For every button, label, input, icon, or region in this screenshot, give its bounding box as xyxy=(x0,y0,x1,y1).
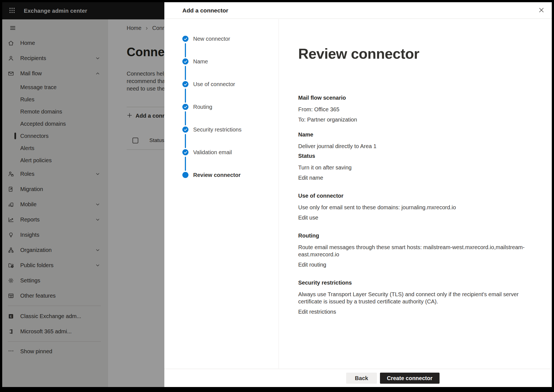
section-value: Always use Transport Layer Security (TLS… xyxy=(298,291,528,305)
wizard-stepper: New connectorNameUse of connectorRouting… xyxy=(164,19,279,368)
app-window: Exchange admin center HomeRecipientsMail… xyxy=(2,2,552,387)
modal-title: Add a connector xyxy=(182,7,228,14)
wizard-step-name[interactable]: Name xyxy=(182,58,279,81)
wizard-step-new-connector[interactable]: New connector xyxy=(182,36,279,58)
review-content: Review connector Mail flow scenarioFrom:… xyxy=(279,19,552,368)
screen: Exchange admin center HomeRecipientsMail… xyxy=(0,0,554,392)
edit-link-edit-restrictions[interactable]: Edit restrictions xyxy=(298,308,336,315)
review-section-name: NameDeliver journal directly to Area 1 xyxy=(298,131,535,150)
modal-body: New connectorNameUse of connectorRouting… xyxy=(164,19,552,368)
step-completed-icon xyxy=(182,127,188,133)
wizard-step-label: Review connector xyxy=(193,172,241,178)
wizard-step-label: Validation email xyxy=(193,149,232,156)
close-icon xyxy=(538,7,545,14)
step-completed-icon xyxy=(182,104,188,110)
section-header: Use of connector xyxy=(298,193,535,199)
step-active-icon xyxy=(182,172,188,178)
section-header: Security restrictions xyxy=(298,280,535,286)
review-section-status: StatusTurn it on after savingEdit name xyxy=(298,153,535,184)
edit-link-edit-name[interactable]: Edit name xyxy=(298,174,323,181)
step-completed-icon xyxy=(182,58,188,65)
create-connector-button[interactable]: Create connector xyxy=(380,373,440,384)
review-sections: Mail flow scenarioFrom: Office 365To: Pa… xyxy=(298,95,535,318)
review-section-security-restrictions: Security restrictionsAlways use Transpor… xyxy=(298,280,535,318)
step-completed-icon xyxy=(182,149,188,155)
wizard-step-security-restrictions[interactable]: Security restrictions xyxy=(182,127,279,149)
step-completed-icon xyxy=(182,36,188,42)
section-value: Route email messages through these smart… xyxy=(298,244,528,258)
review-section-use-of-connector: Use of connectorUse only for email sent … xyxy=(298,193,535,224)
close-button[interactable] xyxy=(537,6,546,15)
edit-link-edit-use[interactable]: Edit use xyxy=(298,214,318,221)
review-section-routing: RoutingRoute email messages through thes… xyxy=(298,233,535,271)
section-value: To: Partner organization xyxy=(298,116,528,123)
footer-buttons: Back Create connector xyxy=(346,373,440,384)
step-completed-icon xyxy=(182,81,188,87)
edit-link-edit-routing[interactable]: Edit routing xyxy=(298,261,326,268)
section-header: Status xyxy=(298,153,535,159)
back-button[interactable]: Back xyxy=(346,373,377,384)
section-value: Deliver journal directly to Area 1 xyxy=(298,143,528,150)
wizard-step-routing[interactable]: Routing xyxy=(182,104,279,127)
section-header: Name xyxy=(298,131,535,138)
modal-header: Add a connector xyxy=(164,2,552,19)
section-value: From: Office 365 xyxy=(298,106,528,113)
wizard-step-label: New connector xyxy=(193,35,230,42)
review-heading: Review connector xyxy=(298,45,535,62)
wizard-step-label: Routing xyxy=(193,104,212,110)
wizard-step-label: Security restrictions xyxy=(193,126,242,133)
section-header: Routing xyxy=(298,233,535,239)
section-value: Use only for email sent to these domains… xyxy=(298,204,528,211)
wizard-step-review-connector[interactable]: Review connector xyxy=(182,172,279,195)
wizard-step-use-of-connector[interactable]: Use of connector xyxy=(182,81,279,104)
review-section-mail-flow-scenario: Mail flow scenarioFrom: Office 365To: Pa… xyxy=(298,95,535,123)
section-value: Turn it on after saving xyxy=(298,164,528,171)
modal-footer: Back Create connector xyxy=(164,369,552,387)
wizard-step-validation-email[interactable]: Validation email xyxy=(182,149,279,172)
wizard-step-label: Name xyxy=(193,58,208,65)
section-header: Mail flow scenario xyxy=(298,95,535,101)
add-connector-modal: Add a connector New connectorNameUse of … xyxy=(164,2,552,387)
wizard-step-label: Use of connector xyxy=(193,81,235,87)
